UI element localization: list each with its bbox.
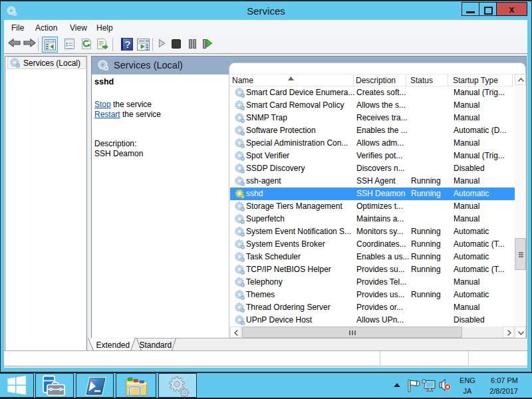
svg-text:Standard: Standard — [140, 340, 172, 350]
svg-text:Extended: Extended — [96, 340, 130, 350]
